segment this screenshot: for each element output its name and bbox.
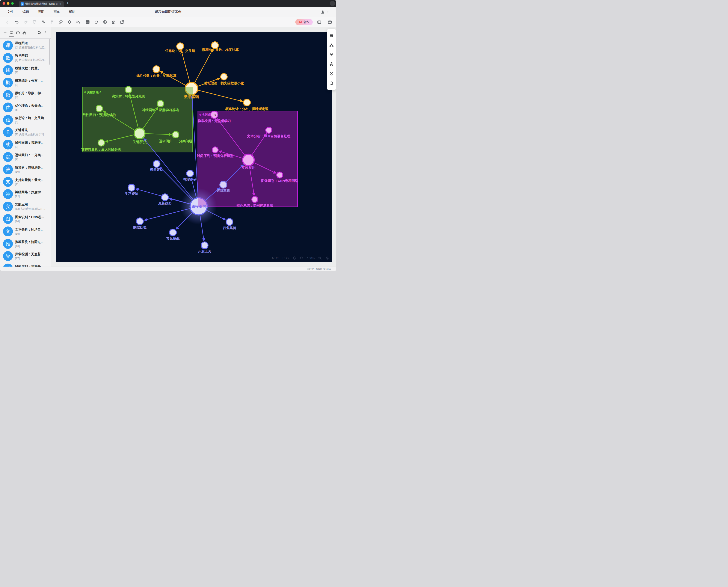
graph-node-textnode[interactable] <box>266 127 272 133</box>
select-click-tool[interactable] <box>40 19 48 26</box>
minimize-window-button[interactable] <box>7 2 9 5</box>
graph-node-rec[interactable] <box>252 196 258 203</box>
menu-edit[interactable]: 编辑 <box>18 10 33 14</box>
graph-node-ts[interactable] <box>212 147 218 153</box>
list-item[interactable]: 文文本分析：NLP自...[15] <box>0 225 51 238</box>
graph-node-tools[interactable] <box>201 242 208 249</box>
list-item[interactable]: 图图像识别：CNN卷...[14] <box>0 213 51 225</box>
history-button[interactable] <box>329 71 334 76</box>
toggle-bottom-panel-button[interactable] <box>326 19 334 26</box>
graph-node-industry[interactable] <box>226 218 233 226</box>
close-window-button[interactable] <box>3 2 5 5</box>
polygon-select-tool[interactable] <box>65 19 74 26</box>
refresh-layout-button[interactable] <box>92 19 101 26</box>
list-item[interactable]: 信信息论：熵、交叉熵[6] <box>0 114 51 126</box>
style-palette-button[interactable] <box>329 61 334 67</box>
edge-math-info[interactable] <box>182 51 190 82</box>
list-item[interactable]: 线线性代数：向量、...[2] <box>0 64 51 76</box>
account-menu[interactable] <box>321 10 329 14</box>
menu-file[interactable]: 文件 <box>3 10 18 14</box>
graph-node-linalg[interactable] <box>153 66 160 73</box>
toggle-left-panel-button[interactable] <box>315 19 324 26</box>
close-tab-icon[interactable]: × <box>60 2 61 5</box>
filter-search-tool[interactable] <box>74 19 83 26</box>
graph-node-nn[interactable] <box>157 100 164 107</box>
graph-node-resources[interactable] <box>128 184 135 191</box>
list-item[interactable]: 微微积分：导数、梯...[4] <box>0 89 51 101</box>
graph-node-prob[interactable] <box>243 99 250 106</box>
redo-button[interactable] <box>21 19 30 26</box>
new-tab-button[interactable]: + <box>67 1 69 5</box>
list-item[interactable]: 关关键算法[7] 关键算法是机器学习... <box>0 126 51 139</box>
lasso-tool[interactable] <box>56 19 65 26</box>
graph-node-deploy[interactable] <box>187 170 193 177</box>
menu-help[interactable]: 帮助 <box>64 10 80 14</box>
graph-settings-button[interactable] <box>329 32 334 38</box>
cluster-button[interactable] <box>329 52 334 57</box>
graph-node-img[interactable] <box>277 172 283 178</box>
list-item[interactable]: 数数学基础[1] 数学基础是机器学习... <box>0 52 51 64</box>
edge-math-prob[interactable] <box>198 90 242 101</box>
maximize-window-button[interactable] <box>11 2 14 5</box>
node-label-tools: 开发工具 <box>198 250 211 253</box>
list-item[interactable]: 概概率统计：分布、...[3] <box>0 76 51 89</box>
list-item[interactable]: 课课程图谱[0] 课程图谱是结构化展... <box>0 39 51 52</box>
graph-node-logreg[interactable] <box>172 132 179 138</box>
collaborators-button[interactable] <box>109 19 118 26</box>
list-item[interactable]: 支支持向量机：最大...[11] <box>0 175 51 188</box>
graph-canvas[interactable]: 关键算法实践应用课程图谱数学基础关键算法实践应用信息论：熵、交叉熵微积分：导数、… <box>56 32 332 262</box>
graph-node-anomaly[interactable] <box>211 111 218 118</box>
node-label-linalg: 线性代数：向量、矩阵运算 <box>136 74 177 77</box>
graph-node-challenges[interactable] <box>169 229 176 236</box>
layout-button[interactable] <box>329 42 334 48</box>
list-item[interactable]: 线线性回归：预测连...[8] <box>0 138 51 151</box>
graph-node-advanced[interactable] <box>220 181 227 188</box>
search-canvas-button[interactable] <box>329 80 334 86</box>
menu-view[interactable]: 视图 <box>33 10 49 14</box>
format-paint-button[interactable] <box>30 19 39 26</box>
graph-node-tree[interactable] <box>125 87 132 93</box>
zoom-in-icon[interactable] <box>318 256 322 260</box>
search-nodes-button[interactable] <box>36 30 43 36</box>
sidebar-scrollbar[interactable] <box>49 39 50 65</box>
graph-node-opt[interactable] <box>221 74 227 80</box>
browser-tab[interactable]: N 课程知识图谱示例 - NRD Studio × <box>19 1 64 7</box>
menu-canvas[interactable]: 画布 <box>49 10 64 14</box>
hierarchy-view-tab[interactable] <box>21 30 27 36</box>
add-node-button[interactable] <box>2 30 8 36</box>
list-item[interactable]: 决决策树：特征划分...[10] <box>0 163 51 175</box>
graph-node-svm[interactable] <box>98 140 104 146</box>
edge-math-calc[interactable] <box>195 50 213 83</box>
list-item[interactable]: 异异常检测：无监督...[17] <box>0 250 51 262</box>
graph-node-eval[interactable] <box>153 160 160 167</box>
fit-view-icon[interactable] <box>325 256 329 260</box>
list-item[interactable]: 推推荐系统：协同过...[16] <box>0 238 51 250</box>
zoom-out-icon[interactable] <box>300 256 304 260</box>
table-view-button[interactable] <box>84 19 92 26</box>
edge-course-math[interactable] <box>192 96 198 197</box>
back-button[interactable] <box>3 19 11 26</box>
list-item[interactable]: 实实践应用[13] 实践应用是算法在... <box>0 200 51 213</box>
play-button[interactable] <box>101 19 109 26</box>
list-item[interactable]: 逻逻辑回归：二分类...[9] <box>0 151 51 163</box>
list-item[interactable]: 优优化理论：损失函...[5] <box>0 101 51 114</box>
tab-list-chevron-icon[interactable]: ⌄ <box>330 1 335 5</box>
node-label-resources: 学习资源 <box>125 192 138 195</box>
center-view-icon[interactable] <box>292 256 297 260</box>
undo-button[interactable] <box>13 19 21 26</box>
flag-tool[interactable] <box>48 19 56 26</box>
list-item[interactable]: 神神经网络：深度学...[12] <box>0 188 51 201</box>
graph-node-linreg[interactable] <box>96 105 102 112</box>
sidebar-more-menu[interactable] <box>43 30 49 36</box>
pie-view-tab[interactable] <box>15 30 21 36</box>
ai-create-button[interactable]: AI 创作 <box>296 19 313 25</box>
knowledge-graph[interactable]: 关键算法实践应用课程图谱数学基础关键算法实践应用信息论：熵、交叉熵微积分：导数、… <box>56 32 332 262</box>
graph-node-trends[interactable] <box>162 194 168 201</box>
graph-node-algo[interactable] <box>134 128 145 139</box>
list-view-tab[interactable] <box>8 30 15 36</box>
graph-node-app[interactable] <box>242 154 254 166</box>
graph-node-data[interactable] <box>136 218 143 225</box>
list-item[interactable]: 时时间序列：预测分...[18] <box>0 262 51 266</box>
share-export-button[interactable] <box>118 19 126 26</box>
node-label-industry: 行业案例 <box>222 226 236 230</box>
